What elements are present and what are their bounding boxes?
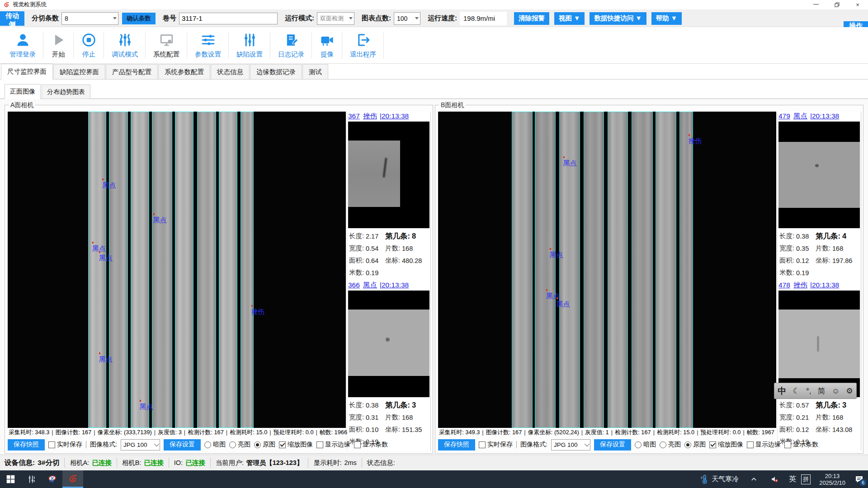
notification-center-icon[interactable]: 6 (850, 470, 868, 488)
toolbar-action-params[interactable]: 参数设置 (187, 32, 229, 59)
ime-item-4[interactable]: ☺ (832, 387, 840, 395)
status-segment-label: 状态信息: (367, 459, 395, 467)
camera-image-b[interactable]: 挫伤黑点黑点黑点黑点 (438, 112, 776, 428)
toolbar-action-start[interactable]: 开始 (43, 32, 74, 59)
image-view-radio-暗图[interactable]: 暗图 (204, 441, 226, 449)
ime-item-2[interactable]: °, (806, 387, 811, 395)
camera-image-a[interactable]: 黑点黑点黑点黑点挫伤黑点黑点 (8, 112, 346, 428)
display-option-checkbox-显示边缘[interactable]: 显示边缘 (747, 441, 781, 449)
image-view-radio-原图[interactable]: 原图 (684, 441, 706, 449)
ime-item-5[interactable]: ⚙ (846, 387, 853, 395)
ime-toolbar[interactable]: 中☾°,简☺⚙ (774, 383, 857, 399)
tab-状态信息[interactable]: 状态信息 (211, 64, 250, 80)
subtab-正面图像[interactable]: 正面图像 (5, 84, 41, 99)
toolbar-action-capture[interactable]: 提像 (312, 32, 342, 59)
defect-marker-label: 黑点 (99, 254, 113, 263)
tab-系统参数配置[interactable]: 系统参数配置 (158, 64, 210, 80)
image-view-radio-暗图[interactable]: 暗图 (635, 441, 656, 449)
tab-产品型号配置[interactable]: 产品型号配置 (106, 64, 158, 80)
image-view-radio-原图[interactable]: 原图 (254, 441, 275, 449)
separator (308, 458, 308, 468)
defect-card[interactable]: 366黑点|20:13:38长度:0.38宽度:0.31面积:0.10米数:0.… (348, 281, 429, 449)
save-settings-button[interactable]: 保存设置 (594, 439, 631, 450)
toolbar-action-debug[interactable]: 调试模式 (104, 32, 146, 59)
detection-strip (512, 112, 533, 428)
ime-item-3[interactable]: 简 (818, 387, 826, 395)
checkbox-label: 实时保存 (487, 441, 513, 449)
pinned-app-icon[interactable] (21, 470, 42, 488)
ime-item-1[interactable]: ☾ (793, 387, 799, 395)
image-format-select[interactable]: JPG 100 (551, 439, 590, 450)
display-option-checkbox-显示条数[interactable]: 显示条数 (784, 441, 818, 449)
drive-side-button[interactable]: 传动侧 (0, 11, 24, 26)
status-metric: 图像计数: 167 (56, 429, 92, 436)
snipping-tool-icon[interactable] (42, 470, 62, 488)
tab-缺陷监控界面[interactable]: 缺陷监控界面 (53, 64, 105, 80)
clear-alarm-button[interactable]: 清除报警 (514, 12, 549, 25)
toolbar-action-stop[interactable]: 停止 (74, 32, 104, 59)
checkbox-indicator (709, 441, 716, 448)
checkbox-label: 缩放图像 (288, 441, 313, 449)
status-segment-user: 当前用户:管理员【123-123】 (216, 459, 303, 467)
defect-card-header: 367挫伤|20:13:38 (348, 112, 429, 122)
status-segment-status-info: 状态信息: (367, 459, 398, 467)
toolbar-action-login[interactable]: 管理登录 (2, 32, 43, 59)
ime-mode-indicator[interactable]: 拼 (801, 474, 811, 484)
radio-indicator (229, 441, 236, 448)
view-menu-button[interactable]: 视图 ▼ (554, 12, 585, 25)
thumb-material-band (348, 310, 429, 375)
stat-label: 面积: (349, 425, 364, 434)
image-format-select[interactable]: JPG 100 (121, 439, 160, 450)
defect-card[interactable]: 479黑点|20:13:38长度:0.38宽度:0.35面积:0.12米数:0.… (778, 112, 860, 280)
toolbar-action-exit[interactable]: 退出程序 (342, 32, 384, 59)
tray-chevron-icon[interactable] (743, 470, 764, 488)
toolbar-action-sysconf[interactable]: 系统配置 (146, 32, 187, 59)
defect-card[interactable]: 478挫伤|20:13:38长度:0.57宽度:0.21面积:0.12米数:0.… (778, 281, 860, 449)
detection-strip (608, 112, 628, 428)
save-snapshot-button[interactable]: 保存快照 (8, 439, 45, 450)
minimize-button[interactable]: — (806, 0, 826, 10)
display-option-checkbox-缩放图像[interactable]: 缩放图像 (709, 441, 743, 449)
monitor-content-area: A面相机黑点黑点黑点黑点挫伤黑点黑点367挫伤|20:13:38长度:2.17宽… (0, 99, 868, 455)
display-option-checkbox-显示边缘[interactable]: 显示边缘 (316, 441, 350, 449)
toolbar-action-log[interactable]: 日志记录 (270, 32, 312, 59)
weather-widget[interactable]: 天气寒冷 (695, 474, 743, 484)
subtab-分布趋势图表[interactable]: 分布趋势图表 (42, 84, 90, 99)
clock[interactable]: 20:13 2025/2/10 (815, 473, 850, 486)
image-view-radio-亮图[interactable]: 亮图 (229, 441, 250, 449)
help-menu-button[interactable]: 帮助 ▼ (651, 12, 682, 25)
tab-测试[interactable]: 测试 (302, 64, 328, 80)
chart-points-select[interactable]: 100 (394, 12, 420, 25)
camera-panel-b: B面相机挫伤黑点黑点黑点黑点479黑点|20:13:38长度:0.38宽度:0.… (435, 105, 863, 454)
confirm-count-button[interactable]: 确认条数 (122, 13, 156, 24)
roll-number-label: 卷号 (163, 14, 176, 23)
run-mode-select[interactable]: 双面检测 (317, 12, 354, 25)
language-indicator[interactable]: 英 (785, 474, 800, 484)
slit-count-select[interactable]: 8 (61, 12, 118, 25)
data-quick-access-button[interactable]: 数据快捷访问 ▼ (590, 12, 646, 25)
ime-item-0[interactable]: 中 (778, 387, 786, 395)
realtime-save-checkbox[interactable]: 实时保存 (48, 441, 82, 449)
chevron-down-icon (415, 17, 419, 19)
vision-app-taskbar-icon[interactable] (62, 470, 83, 488)
toolbar-action-defect[interactable]: 缺陷设置 (229, 32, 270, 59)
volume-muted-icon[interactable] (764, 470, 785, 488)
save-snapshot-button[interactable]: 保存快照 (438, 439, 475, 450)
detection-strip (219, 112, 237, 428)
tab-尺寸监控界面[interactable]: 尺寸监控界面 (1, 64, 53, 80)
display-option-checkbox-显示条数[interactable]: 显示条数 (354, 441, 388, 449)
status-segment-label: 当前用户: (216, 459, 244, 467)
play-icon (51, 32, 66, 48)
restore-button[interactable] (826, 0, 847, 10)
tab-边缘数据记录[interactable]: 边缘数据记录 (250, 64, 302, 80)
defect-card[interactable]: 367挫伤|20:13:38长度:2.17宽度:0.54面积:0.64米数:0.… (348, 112, 429, 280)
realtime-save-checkbox[interactable]: 实时保存 (479, 441, 513, 449)
image-view-radio-亮图[interactable]: 亮图 (660, 441, 681, 449)
stat-value: 0.19 (796, 269, 809, 277)
defect-seq: 366 (348, 281, 360, 289)
save-settings-button[interactable]: 保存设置 (164, 439, 201, 450)
close-button[interactable]: × (847, 0, 868, 10)
display-option-checkbox-缩放图像[interactable]: 缩放图像 (279, 441, 313, 449)
roll-number-input[interactable] (179, 13, 278, 24)
start-button[interactable] (0, 470, 21, 488)
